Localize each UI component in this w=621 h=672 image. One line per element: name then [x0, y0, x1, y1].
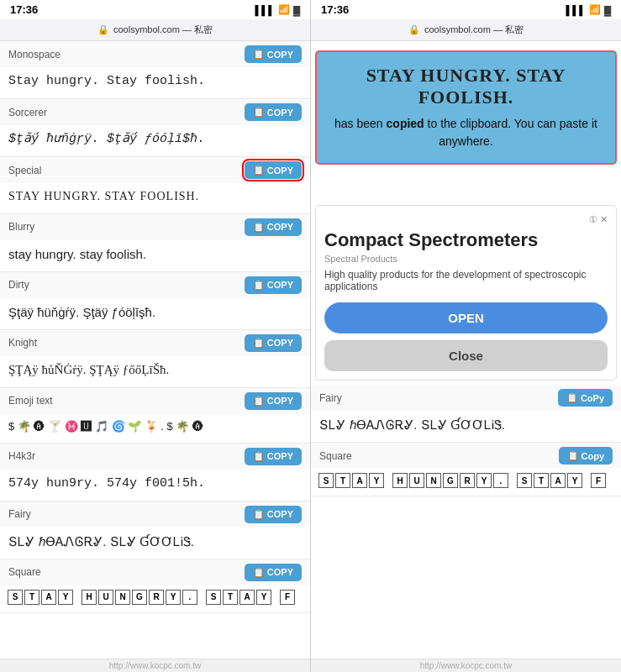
copy-btn-blurry[interactable]: 📋 COPY	[245, 218, 302, 236]
copy-icon-fairy-right: 📋	[566, 392, 578, 403]
font-row-header-blurry: Blurry 📋 COPY	[0, 214, 310, 240]
copy-btn-dirty[interactable]: 📋 COPY	[245, 276, 302, 294]
right-phone: 17:36 ▌▌▌ 📶 ▓ 🔒 coolsymbol.com — 私密 STAY…	[310, 0, 621, 672]
popup-copied-word: copied	[387, 117, 424, 130]
copy-icon-monospace: 📋	[253, 49, 265, 60]
font-text-blurry: stay hungry. stay foolish.	[0, 240, 310, 271]
status-bar-left: 17:36 ▌▌▌ 📶 ▓	[0, 0, 310, 19]
copy-icon-h4k3r: 📋	[253, 451, 265, 462]
font-row-header-special: Special 📋 COPY	[0, 157, 310, 183]
address-bar-right[interactable]: 🔒 coolsymbol.com — 私密	[311, 19, 621, 41]
time-left: 17:36	[10, 3, 38, 16]
font-row-emoji: Emoji text 📋 COPY $ 🌴 🅐 🍸 ♓ 🆄 🎵 🌀 🌱 🍹 . …	[0, 388, 310, 444]
copy-btn-fairy-left[interactable]: 📋 COPY	[245, 506, 302, 523]
copy-btn-fairy-right[interactable]: 📋 CoPy	[558, 389, 613, 407]
copy-icon-knight: 📋	[253, 338, 265, 349]
watermark-right: http://www.kocpc.com.tw	[311, 659, 621, 672]
popup-copied-text: STAY HUNGRY. STAY FOOLISH.	[329, 65, 603, 108]
font-name-dirty: Dirty	[8, 279, 29, 291]
ad-company: Spectral Products	[324, 254, 608, 264]
copy-btn-square-right[interactable]: 📋 Copy	[559, 447, 613, 465]
copy-btn-h4k3r[interactable]: 📋 COPY	[245, 448, 302, 465]
font-row-knight: Knight 📋 COPY ŞŢĄÿ ħůŇĠŕÿ. ŞŢĄÿ ƒőőĻīŠħ.	[0, 330, 310, 388]
font-text-special: STAY HUNGRY. STAY FOOLISH.	[0, 183, 310, 213]
signal-icon-right: ▌▌▌	[566, 5, 586, 15]
battery-icon-left: ▓	[293, 5, 300, 15]
battery-icon-right: ▓	[604, 5, 611, 15]
copy-btn-fairy-right-label: CoPy	[581, 393, 604, 403]
left-phone: 17:36 ▌▌▌ 📶 ▓ 🔒 coolsymbol.com — 私密 Mono…	[0, 0, 310, 672]
font-row-fairy-right: Fairy 📋 CoPy ՏᏞᎽ ℏƟᎪᏁᎶᎡᎽ. ՏᏞᎽ ƓƠƠᏞᎥᏕ.	[311, 385, 621, 443]
copy-btn-square-left[interactable]: 📋 COPY	[245, 564, 302, 581]
font-text-fairy-right: ՏᏞᎽ ℏƟᎪᏁᎶᎡᎽ. ՏᏞᎽ ƓƠƠᏞᎥᏕ.	[311, 411, 621, 442]
font-name-monospace: Monospace	[8, 49, 61, 60]
copy-icon-blurry: 📋	[253, 222, 265, 233]
font-row-header-knight: Knight 📋 COPY	[0, 330, 310, 356]
font-name-fairy-right: Fairy	[319, 392, 342, 404]
copy-icon-special: 📋	[253, 165, 265, 176]
copy-btn-special[interactable]: 📋 COPY	[245, 161, 302, 179]
copy-popup: STAY HUNGRY. STAY FOOLISH. has been copi…	[315, 50, 617, 165]
content-left: Monospace 📋 COPY Stay hungry. Stay fooli…	[0, 41, 310, 659]
copy-icon-square-right: 📋	[567, 450, 579, 461]
font-row-fairy-left: Fairy 📋 COPY ՏᏞᎽ ℏƟᎪᏁᎶᎡᎽ. ՏᏞᎽ ƓƠƠᏞᎥᏕ.	[0, 501, 310, 559]
url-left: coolsymbol.com — 私密	[113, 24, 213, 36]
font-name-square-left: Square	[8, 566, 41, 578]
watermark-left: http://www.kocpc.com.tw	[0, 659, 310, 672]
font-text-monospace: Stay hungry. Stay foolish.	[0, 67, 310, 98]
status-icons-left: ▌▌▌ 📶 ▓	[255, 4, 300, 15]
ad-description: High quality products for the developmen…	[324, 269, 608, 292]
square-text-right: S T A Y H U N G R Y . S T A Y	[311, 469, 621, 496]
font-text-h4k3r: 574y hun9ry. 574y f001!5h.	[0, 470, 310, 501]
font-row-square-right: Square 📋 Copy S T A Y H U N G R	[311, 443, 621, 496]
copy-icon-emoji: 📋	[253, 396, 265, 407]
font-row-header-monospace: Monospace 📋 COPY	[0, 41, 310, 67]
copy-icon-dirty: 📋	[253, 280, 265, 291]
lock-icon-right: 🔒	[408, 24, 420, 35]
font-row-special: Special 📋 COPY STAY HUNGRY. STAY FOOLISH…	[0, 157, 310, 214]
wifi-icon-right: 📶	[589, 4, 601, 15]
popup-message: has been copied to the clipboard. You ca…	[329, 115, 603, 150]
font-name-special: Special	[8, 165, 41, 176]
copy-btn-emoji[interactable]: 📋 COPY	[245, 392, 302, 410]
font-name-square-right: Square	[319, 450, 352, 462]
font-row-header-square-right: Square 📋 Copy	[311, 443, 621, 469]
ad-close-button[interactable]: Close	[324, 340, 608, 371]
square-text-left: S T A Y H U N G R Y . S T A Y	[0, 585, 310, 612]
ad-container: ① ✕ Compact Spectrometers Spectral Produ…	[315, 205, 617, 381]
ad-close-indicator: ① ✕	[324, 214, 608, 225]
popup-msg-suffix: to the clipboard. You can paste it anywh…	[428, 117, 597, 148]
font-name-knight: Knight	[8, 337, 37, 349]
font-name-blurry: Blurry	[8, 221, 34, 233]
ad-open-button[interactable]: OPEN	[324, 302, 608, 333]
font-name-fairy-left: Fairy	[8, 508, 31, 520]
lock-icon-left: 🔒	[97, 24, 109, 35]
address-bar-left[interactable]: 🔒 coolsymbol.com — 私密	[0, 19, 310, 41]
copy-btn-knight[interactable]: 📋 COPY	[245, 334, 302, 352]
copy-btn-square-right-label: Copy	[582, 451, 605, 461]
ad-title: Compact Spectrometers	[324, 229, 608, 251]
font-row-header-fairy-left: Fairy 📋 COPY	[0, 501, 310, 528]
url-right: coolsymbol.com — 私密	[424, 24, 524, 36]
font-name-sorcerer: Sorcerer	[8, 107, 47, 118]
status-icons-right: ▌▌▌ 📶 ▓	[566, 4, 611, 15]
copy-icon-square-left: 📋	[253, 567, 265, 578]
font-row-header-emoji: Emoji text 📋 COPY	[0, 388, 310, 414]
font-row-h4k3r: H4k3r 📋 COPY 574y hun9ry. 574y f001!5h.	[0, 444, 310, 501]
font-row-header-sorcerer: Sorcerer 📋 COPY	[0, 99, 310, 125]
popup-msg-prefix: has been	[334, 117, 383, 130]
time-right: 17:36	[321, 3, 349, 16]
font-row-header-square-left: Square 📋 COPY	[0, 559, 310, 585]
font-row-square-left: Square 📋 COPY S T A Y H U N G R	[0, 559, 310, 613]
font-name-h4k3r: H4k3r	[8, 450, 35, 462]
font-row-blurry: Blurry 📋 COPY stay hungry. stay foolish.	[0, 214, 310, 272]
font-row-header-fairy-right: Fairy 📋 CoPy	[311, 385, 621, 411]
font-text-knight: ŞŢĄÿ ħůŇĠŕÿ. ŞŢĄÿ ƒőőĻīŠħ.	[0, 356, 310, 387]
font-name-emoji: Emoji text	[8, 395, 53, 407]
copy-btn-sorcerer[interactable]: 📋 COPY	[245, 103, 302, 121]
copy-btn-monospace[interactable]: 📋 COPY	[245, 45, 302, 63]
font-text-dirty: Şţäÿ ħüňġŕÿ. Şţäÿ ƒóöļīşħ.	[0, 298, 310, 329]
font-text-emoji: $ 🌴 🅐 🍸 ♓ 🆄 🎵 🌀 🌱 🍹 . $ 🌴 🅐	[0, 414, 310, 443]
font-text-sorcerer: $ţắÿ ħưňġŗÿ. $ţắÿ ƒóóļī$ħ.	[0, 125, 310, 156]
copy-icon-sorcerer: 📋	[253, 107, 265, 118]
